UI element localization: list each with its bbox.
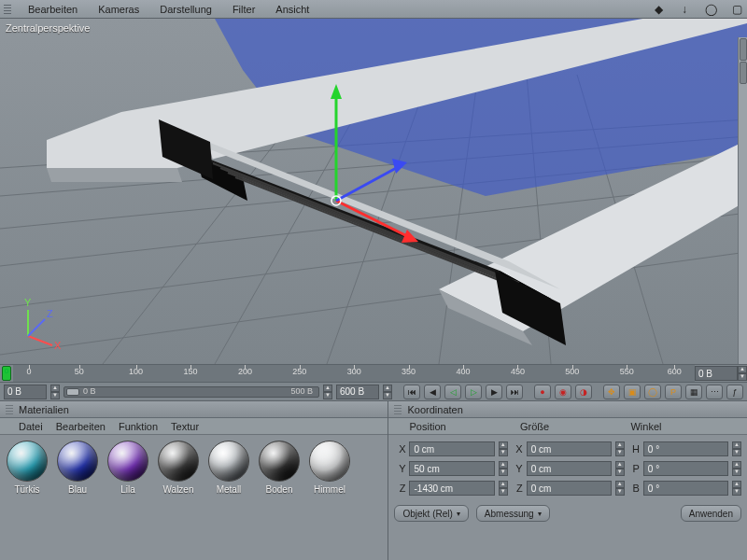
menu-bearbeiten[interactable]: Bearbeiten [24, 2, 81, 17]
spinner[interactable]: ▲▼ [499, 461, 508, 476]
coord-mode-a-dropdown[interactable]: Objekt (Rel)▾ [394, 505, 468, 522]
slider-knob[interactable] [66, 388, 79, 396]
spinner[interactable]: ▲▼ [499, 481, 508, 496]
angle-field[interactable]: 0 ° [643, 481, 728, 496]
panel-grip-icon [6, 405, 13, 414]
menu-kameras[interactable]: Kameras [94, 2, 143, 17]
angle-field[interactable]: 0 ° [643, 461, 728, 476]
diamond-icon[interactable]: ◆ [652, 3, 665, 16]
position-field[interactable]: -1430 cm [409, 481, 494, 496]
coord-col-size: Größe [520, 421, 631, 432]
size-field[interactable]: 0 cm [527, 441, 612, 456]
viewport-render: Y X Z [0, 19, 747, 364]
material-sphere-icon [259, 441, 300, 482]
timeline: 0 0 50 100 150 200 250 300 350 400 450 5… [0, 364, 747, 383]
spinner[interactable]: ▲▼ [615, 481, 625, 496]
materials-menu-textur[interactable]: Textur [171, 421, 199, 432]
material-sphere-icon [7, 441, 48, 482]
spinner[interactable]: ▲▼ [732, 461, 741, 476]
material-item[interactable]: Walzen [157, 441, 200, 495]
goto-start-button[interactable]: ⏮ [403, 385, 420, 399]
material-label: Himmel [314, 484, 345, 495]
side-strip [738, 37, 747, 364]
spinner[interactable]: ▲▼ [499, 441, 508, 456]
angle-axis-label: P [628, 463, 640, 474]
materials-menu-bearbeiten[interactable]: Bearbeiten [56, 421, 106, 432]
materials-menu-datei[interactable]: Datei [19, 421, 43, 432]
material-item[interactable]: Blau [56, 441, 99, 495]
timeline-tick: 450 [511, 367, 525, 376]
side-tab[interactable] [740, 38, 747, 61]
material-item[interactable]: Boden [258, 441, 301, 495]
menu-darstellung[interactable]: Darstellung [156, 2, 216, 17]
material-label: Walzen [163, 484, 194, 495]
coord-col-position: Position [409, 421, 520, 432]
arrow-down-icon[interactable]: ↓ [678, 3, 691, 16]
autokey-button[interactable]: ◉ [555, 385, 571, 399]
spinner[interactable]: ▲▼ [732, 441, 741, 456]
grid-key-button[interactable]: ▦ [685, 385, 702, 399]
spinner[interactable]: ▲▼ [383, 385, 392, 399]
angle-field[interactable]: 0 ° [643, 441, 728, 456]
spinner[interactable]: ▲▼ [323, 385, 332, 399]
material-item[interactable]: Lila [106, 441, 149, 495]
spinner[interactable]: ▲▼ [732, 481, 741, 496]
timeline-end-field[interactable]: 0 B [695, 366, 738, 381]
size-field[interactable]: 0 cm [527, 461, 612, 476]
material-item[interactable]: Himmel [308, 441, 351, 495]
range-start-field[interactable]: 0 B [4, 385, 47, 399]
step-back-button[interactable]: ◀ [424, 385, 441, 399]
bottom-panels: Materialien Datei Bearbeiten Funktion Te… [0, 401, 747, 560]
materials-panel: Materialien Datei Bearbeiten Funktion Te… [0, 401, 388, 560]
transport: 0 B ▲▼ 0 B 500 B ▲▼ 600 B ▲▼ ⏮ ◀ ◁ ▷ ▶ ⏭… [0, 383, 747, 401]
viewport[interactable]: Y X Z Zentralperspektive [0, 19, 747, 364]
spinner[interactable]: ▲▼ [50, 385, 60, 399]
material-item[interactable]: Metall [207, 441, 250, 495]
materials-header: Materialien [0, 401, 388, 418]
scale-key-button[interactable]: ▣ [624, 385, 641, 399]
menu-ansicht[interactable]: Ansicht [272, 2, 313, 17]
axis-label: Z [394, 483, 405, 494]
key-options-button[interactable]: ⋯ [706, 385, 723, 399]
material-label: Metall [217, 484, 242, 495]
position-field[interactable]: 50 cm [409, 461, 494, 476]
position-field[interactable]: 0 cm [409, 441, 494, 456]
material-sphere-icon [57, 441, 98, 482]
fcurve-button[interactable]: ƒ [726, 385, 743, 399]
spinner[interactable]: ▲▼ [615, 461, 625, 476]
coordinates-panel: Koordinaten Position Größe Winkel X 0 cm… [388, 401, 747, 560]
size-field[interactable]: 0 cm [527, 481, 612, 496]
play-forward-button[interactable]: ▷ [465, 385, 482, 399]
menu-filter[interactable]: Filter [229, 2, 259, 17]
move-key-button[interactable]: ✥ [603, 385, 620, 399]
slider-label: 500 B [290, 386, 313, 396]
goto-end-button[interactable]: ⏭ [506, 385, 523, 399]
coord-mode-b-dropdown[interactable]: Abmessung▾ [476, 505, 550, 522]
timeline-tick: 0 [27, 367, 32, 376]
materials-title: Materialien [19, 404, 69, 415]
coordinates-title: Koordinaten [407, 404, 462, 415]
range-end-field[interactable]: 600 B [336, 385, 379, 399]
svg-text:X: X [54, 340, 62, 351]
material-item[interactable]: Türkis [6, 441, 49, 495]
spinner[interactable]: ▲▼ [738, 366, 747, 381]
key-button[interactable]: ◑ [575, 385, 592, 399]
range-slider[interactable]: 0 B 500 B [63, 386, 319, 398]
rotate-key-button[interactable]: ◯ [644, 385, 661, 399]
side-tab[interactable] [740, 62, 747, 84]
timeline-tick: 100 [129, 367, 143, 376]
play-back-button[interactable]: ◁ [444, 385, 461, 399]
timeline-ruler[interactable]: 0 50 100 150 200 250 300 350 400 450 500… [13, 365, 695, 382]
square-icon[interactable]: ▢ [730, 3, 743, 16]
timeline-tick: 50 [75, 367, 84, 376]
coord-row: Z -1430 cm ▲▼ Z 0 cm ▲▼ B 0 ° ▲▼ [394, 480, 741, 497]
apply-button[interactable]: Anwenden [681, 505, 741, 522]
materials-menu-funktion[interactable]: Funktion [119, 421, 158, 432]
spinner[interactable]: ▲▼ [615, 441, 625, 456]
record-button[interactable]: ● [534, 385, 551, 399]
step-forward-button[interactable]: ▶ [486, 385, 502, 399]
param-key-button[interactable]: P [665, 385, 682, 399]
timeline-start-marker[interactable]: 0 [2, 366, 11, 381]
svg-text:Z: Z [47, 308, 53, 319]
loop-icon[interactable]: ◯ [704, 3, 717, 16]
